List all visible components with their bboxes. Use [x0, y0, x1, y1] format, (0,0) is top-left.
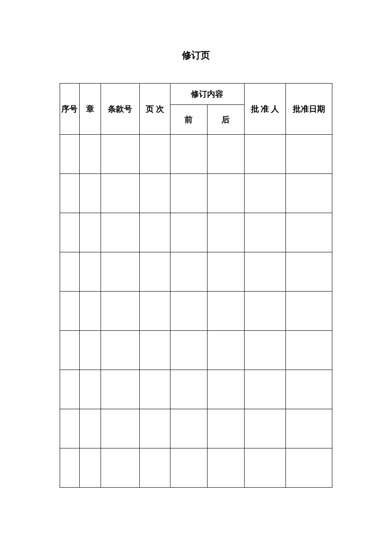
header-clause: 条款号	[101, 84, 139, 135]
cell-seq	[60, 409, 80, 448]
cell-approver	[244, 292, 286, 331]
cell-page	[139, 409, 170, 448]
cell-page	[139, 252, 170, 292]
cell-date	[286, 409, 332, 448]
cell-after	[207, 252, 244, 292]
cell-before	[170, 370, 207, 409]
table-row	[60, 135, 332, 174]
header-revision-content: 修订内容	[170, 84, 244, 105]
cell-before	[170, 292, 207, 331]
cell-before	[170, 448, 207, 488]
cell-chapter	[79, 135, 101, 174]
cell-date	[286, 448, 332, 488]
header-before: 前	[170, 105, 207, 135]
revision-table: 序号 章 条款号 页 次 修订内容 批 准 人 批准日期 前 后	[60, 83, 332, 488]
cell-date	[286, 174, 332, 213]
cell-chapter	[79, 292, 101, 331]
table-body	[60, 135, 332, 488]
header-page: 页 次	[139, 84, 170, 135]
cell-after	[207, 370, 244, 409]
table-row	[60, 409, 332, 448]
cell-clause	[101, 331, 139, 370]
header-after: 后	[207, 105, 244, 135]
cell-page	[139, 213, 170, 252]
cell-after	[207, 331, 244, 370]
cell-seq	[60, 448, 80, 488]
cell-approver	[244, 409, 286, 448]
cell-date	[286, 252, 332, 292]
cell-chapter	[79, 252, 101, 292]
table-row	[60, 370, 332, 409]
cell-page	[139, 370, 170, 409]
cell-date	[286, 213, 332, 252]
cell-seq	[60, 252, 80, 292]
cell-after	[207, 174, 244, 213]
table-row	[60, 448, 332, 488]
cell-after	[207, 213, 244, 252]
table-row	[60, 252, 332, 292]
cell-before	[170, 135, 207, 174]
cell-chapter	[79, 213, 101, 252]
cell-date	[286, 331, 332, 370]
cell-date	[286, 370, 332, 409]
cell-page	[139, 331, 170, 370]
cell-page	[139, 135, 170, 174]
cell-after	[207, 292, 244, 331]
cell-after	[207, 448, 244, 488]
cell-seq	[60, 213, 80, 252]
page-title: 修订页	[0, 49, 392, 62]
cell-approver	[244, 252, 286, 292]
cell-seq	[60, 331, 80, 370]
cell-chapter	[79, 174, 101, 213]
cell-chapter	[79, 331, 101, 370]
cell-approver	[244, 331, 286, 370]
cell-approver	[244, 370, 286, 409]
cell-chapter	[79, 409, 101, 448]
table-row	[60, 174, 332, 213]
header-approval-date: 批准日期	[286, 84, 332, 135]
revision-table-container: 序号 章 条款号 页 次 修订内容 批 准 人 批准日期 前 后	[60, 83, 332, 488]
cell-before	[170, 213, 207, 252]
cell-page	[139, 292, 170, 331]
table-row	[60, 331, 332, 370]
header-approver: 批 准 人	[244, 84, 286, 135]
cell-approver	[244, 213, 286, 252]
cell-clause	[101, 174, 139, 213]
table-row	[60, 213, 332, 252]
cell-clause	[101, 135, 139, 174]
cell-chapter	[79, 448, 101, 488]
cell-clause	[101, 448, 139, 488]
cell-clause	[101, 213, 139, 252]
cell-seq	[60, 370, 80, 409]
cell-page	[139, 448, 170, 488]
table-row	[60, 292, 332, 331]
cell-clause	[101, 252, 139, 292]
cell-approver	[244, 448, 286, 488]
cell-seq	[60, 135, 80, 174]
cell-seq	[60, 292, 80, 331]
cell-approver	[244, 135, 286, 174]
header-chapter: 章	[79, 84, 101, 135]
cell-before	[170, 252, 207, 292]
cell-chapter	[79, 370, 101, 409]
cell-after	[207, 135, 244, 174]
header-seq: 序号	[60, 84, 80, 135]
cell-before	[170, 331, 207, 370]
cell-after	[207, 409, 244, 448]
cell-approver	[244, 174, 286, 213]
cell-clause	[101, 370, 139, 409]
cell-clause	[101, 292, 139, 331]
cell-seq	[60, 174, 80, 213]
cell-date	[286, 135, 332, 174]
cell-before	[170, 409, 207, 448]
cell-clause	[101, 409, 139, 448]
cell-page	[139, 174, 170, 213]
cell-date	[286, 292, 332, 331]
cell-before	[170, 174, 207, 213]
